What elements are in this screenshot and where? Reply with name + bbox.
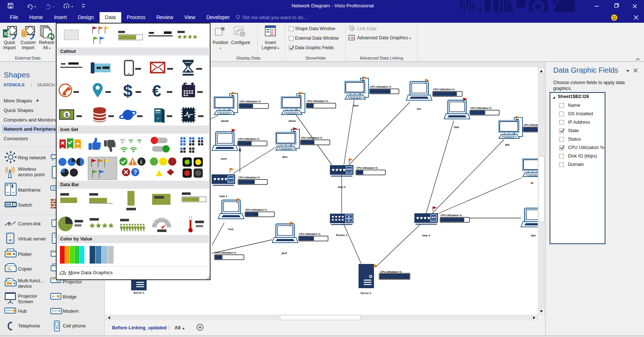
svg-text:Bill: Bill bbox=[505, 143, 510, 146]
svg-text:47: 47 bbox=[310, 141, 313, 144]
svg-text:57: 57 bbox=[251, 181, 254, 184]
svg-text:CPU Utilization %: CPU Utilization % bbox=[240, 100, 261, 103]
svg-text:Dan: Dan bbox=[531, 234, 536, 237]
svg-text:CPU Utilization %: CPU Utilization % bbox=[433, 88, 455, 91]
svg-text:CPU Utilization %: CPU Utilization % bbox=[524, 124, 538, 126]
svg-text:CPU Utilization %: CPU Utilization % bbox=[307, 100, 328, 102]
svg-text:CPU Utilization %: CPU Utilization % bbox=[245, 209, 267, 211]
svg-text:83: 83 bbox=[453, 93, 456, 95]
svg-text:Hub 4: Hub 4 bbox=[422, 234, 431, 237]
svg-text:CPU Utilization %: CPU Utilization % bbox=[370, 86, 392, 88]
svg-text:Al: Al bbox=[530, 181, 533, 185]
svg-text:Server 1: Server 1 bbox=[133, 291, 144, 294]
svg-text:Ben: Ben bbox=[283, 155, 288, 159]
svg-text:CPU Utilization %: CPU Utilization % bbox=[238, 176, 260, 179]
svg-text:CPU Utilization %: CPU Utilization % bbox=[440, 214, 462, 217]
svg-text:CPU Utilization %: CPU Utilization % bbox=[299, 233, 321, 235]
svg-text:Jamie: Jamie bbox=[288, 119, 296, 123]
svg-text:CPU Utilization %: CPU Utilization % bbox=[356, 167, 378, 169]
svg-text:i: i bbox=[140, 159, 142, 165]
svg-text:47: 47 bbox=[248, 142, 251, 145]
svg-text:CPU Utilization %: CPU Utilization % bbox=[380, 271, 402, 273]
svg-text:83: 83 bbox=[460, 219, 463, 221]
svg-text:Gail: Gail bbox=[454, 126, 459, 129]
svg-text:45: 45 bbox=[254, 213, 257, 216]
svg-text:CPU Utilization %: CPU Utilization % bbox=[470, 107, 492, 109]
svg-text:24: 24 bbox=[310, 105, 313, 107]
svg-text:CPU Utilization %: CPU Utilization % bbox=[301, 137, 323, 139]
svg-text:52: 52 bbox=[481, 112, 484, 114]
svg-text:X: X bbox=[4, 30, 7, 37]
svg-text:100: 100 bbox=[404, 275, 408, 278]
svg-text:Sarah: Sarah bbox=[221, 119, 229, 123]
svg-text:CPU Utilization %: CPU Utilization % bbox=[215, 251, 237, 254]
svg-text:Jane: Jane bbox=[352, 104, 359, 107]
svg-text:47: 47 bbox=[249, 105, 252, 108]
svg-text:€: € bbox=[152, 82, 161, 98]
svg-text:Hub 2: Hub 2 bbox=[220, 195, 227, 198]
svg-text:CPU Utilization %: CPU Utilization % bbox=[238, 138, 260, 140]
svg-text:Tom: Tom bbox=[228, 228, 234, 231]
svg-text:jack: jack bbox=[281, 251, 287, 255]
svg-text:Joe: Joe bbox=[417, 107, 421, 110]
svg-text:$: $ bbox=[123, 82, 133, 98]
svg-text:24: 24 bbox=[359, 171, 362, 174]
svg-text:?: ? bbox=[134, 169, 137, 175]
svg-text:$: $ bbox=[65, 112, 69, 118]
svg-text:Server 2: Server 2 bbox=[360, 291, 371, 295]
svg-text:John: John bbox=[220, 157, 227, 160]
svg-text:72: 72 bbox=[386, 90, 389, 93]
svg-text:Hub 3: Hub 3 bbox=[338, 185, 346, 189]
svg-text:Router 2: Router 2 bbox=[336, 233, 347, 237]
svg-text:52: 52 bbox=[310, 238, 313, 240]
svg-text:26: 26 bbox=[219, 256, 222, 259]
